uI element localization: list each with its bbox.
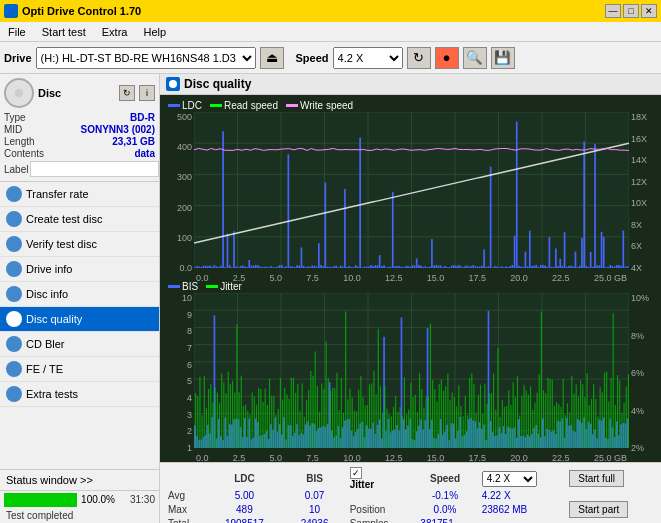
title-bar-left: Opti Drive Control 1.70	[4, 4, 141, 18]
jitter-label: Jitter	[350, 479, 374, 490]
disc-info-button[interactable]: i	[139, 85, 155, 101]
nav-extra-tests[interactable]: Extra tests	[0, 382, 159, 407]
disc-refresh-button[interactable]: ↻	[119, 85, 135, 101]
chart1-y-axis-left: 500 400 300 200 100 0.0	[164, 112, 194, 273]
progress-percent: 100.0%	[81, 494, 119, 505]
y-label-300: 300	[177, 172, 192, 182]
y-right-18x: 18X	[631, 112, 647, 122]
nav-transfer-rate-label: Transfer rate	[26, 188, 89, 200]
nav-verify-test-disc[interactable]: Verify test disc	[0, 232, 159, 257]
avg-actions	[567, 490, 657, 501]
toolbar: Drive (H:) HL-DT-ST BD-RE WH16NS48 1.D3 …	[0, 42, 661, 74]
disc-label-input[interactable]	[30, 161, 159, 177]
chart2-legend: BIS Jitter	[164, 280, 657, 293]
progress-fill	[4, 493, 77, 507]
drive-label: Drive	[4, 52, 32, 64]
stats-table: LDC BIS ✓ Jitter Speed 4.2 X	[164, 467, 657, 523]
burn-button[interactable]: ●	[435, 47, 459, 69]
content-header: Disc quality	[160, 74, 661, 95]
legend-read-speed: Read speed	[210, 100, 278, 111]
eject-button[interactable]: ⏏	[260, 47, 284, 69]
chart2-canvas-wrapper	[194, 293, 629, 453]
scan-button[interactable]: 🔍	[463, 47, 487, 69]
avg-jitter: -0.1%	[412, 490, 477, 501]
disc-length-value: 23,31 GB	[112, 136, 155, 147]
nav-fe-te[interactable]: FE / TE	[0, 357, 159, 382]
legend-bis-label: BIS	[182, 281, 198, 292]
content-area: Disc quality LDC Read speed	[160, 74, 661, 523]
bis-legend-color	[168, 285, 180, 288]
drive-selector[interactable]: (H:) HL-DT-ST BD-RE WH16NS48 1.D3	[36, 47, 256, 69]
nav-create-test-disc-label: Create test disc	[26, 213, 102, 225]
speed-selector[interactable]: 4.2 X	[333, 47, 403, 69]
minimize-button[interactable]: —	[605, 4, 621, 18]
cd-bler-icon	[6, 336, 22, 352]
stats-max-row: Max 489 10 Position 0.0% 23862 MB Start …	[164, 501, 657, 518]
chart2-y-axis-left: 10 9 8 7 6 5 4 3 2 1	[164, 293, 194, 453]
position-value: 23862 MB	[478, 501, 568, 518]
chart1-container: LDC Read speed Write speed 500	[164, 99, 657, 278]
menu-bar: File Start test Extra Help	[0, 22, 661, 42]
read-speed-legend-color	[210, 104, 222, 107]
col-ldc-header: LDC	[205, 467, 283, 490]
disc-contents-value: data	[134, 148, 155, 159]
title-bar: Opti Drive Control 1.70 — □ ✕	[0, 0, 661, 22]
legend-jitter: Jitter	[206, 281, 242, 292]
disc-mid-row: MID SONYNN3 (002)	[4, 124, 155, 135]
close-button[interactable]: ✕	[641, 4, 657, 18]
col-jitter-check[interactable]: ✓ Jitter	[346, 467, 413, 490]
charts-area: LDC Read speed Write speed 500	[160, 95, 661, 462]
disc-type-label: Type	[4, 112, 26, 123]
menu-start-test[interactable]: Start test	[38, 25, 90, 39]
disc-label-label: Label	[4, 164, 28, 175]
title-bar-controls: — □ ✕	[605, 4, 657, 18]
speed-dropdown[interactable]: 4.2 X	[482, 471, 537, 487]
avg-speed: 4.22 X	[478, 490, 568, 501]
sidebar: Disc ↻ i Type BD-R MID SONYNN3 (002) Len…	[0, 74, 160, 523]
main-layout: Disc ↻ i Type BD-R MID SONYNN3 (002) Len…	[0, 74, 661, 523]
menu-extra[interactable]: Extra	[98, 25, 132, 39]
nav-verify-test-disc-label: Verify test disc	[26, 238, 97, 250]
legend-ldc-label: LDC	[182, 100, 202, 111]
stats-avg-row: Avg 5.00 0.07 -0.1% 4.22 X	[164, 490, 657, 501]
disc-label-row: Label ✎	[4, 161, 155, 177]
y-right-6x: 6X	[631, 241, 642, 251]
ldc-legend-color	[168, 104, 180, 107]
nav-disc-quality[interactable]: Disc quality	[0, 307, 159, 332]
avg-bis: 0.07	[283, 490, 345, 501]
chart2-canvas	[194, 293, 629, 448]
start-full-button[interactable]: Start full	[569, 470, 624, 487]
legend-ldc: LDC	[168, 100, 202, 111]
total-actions	[567, 518, 657, 523]
disc-graphic	[4, 78, 34, 108]
nav-create-test-disc[interactable]: Create test disc	[0, 207, 159, 232]
nav-drive-info[interactable]: Drive info	[0, 257, 159, 282]
nav-transfer-rate[interactable]: Transfer rate	[0, 182, 159, 207]
col-speed-header: Speed	[412, 467, 477, 490]
disc-panel: Disc ↻ i Type BD-R MID SONYNN3 (002) Len…	[0, 74, 159, 182]
content-icon	[166, 77, 180, 91]
status-text: Test completed	[0, 508, 159, 523]
avg-ldc: 5.00	[205, 490, 283, 501]
total-label: Total	[164, 518, 205, 523]
disc-header: Disc ↻ i	[4, 78, 155, 108]
drive-info-icon	[6, 261, 22, 277]
start-part-button[interactable]: Start part	[569, 501, 628, 518]
save-button[interactable]: 💾	[491, 47, 515, 69]
status-window-button[interactable]: Status window >>	[0, 469, 159, 490]
nav-cd-bler[interactable]: CD Bler	[0, 332, 159, 357]
y-right-16x: 16X	[631, 134, 647, 144]
chart1-legend: LDC Read speed Write speed	[164, 99, 657, 112]
menu-file[interactable]: File	[4, 25, 30, 39]
menu-help[interactable]: Help	[139, 25, 170, 39]
jitter-checkbox[interactable]: ✓	[350, 467, 362, 479]
progress-bar	[4, 493, 77, 507]
nav-disc-info[interactable]: Disc info	[0, 282, 159, 307]
refresh-button[interactable]: ↻	[407, 47, 431, 69]
y-label-500: 500	[177, 112, 192, 122]
svg-point-0	[169, 80, 177, 88]
maximize-button[interactable]: □	[623, 4, 639, 18]
transfer-rate-icon	[6, 186, 22, 202]
position-label: Position	[346, 501, 413, 518]
create-test-disc-icon	[6, 211, 22, 227]
